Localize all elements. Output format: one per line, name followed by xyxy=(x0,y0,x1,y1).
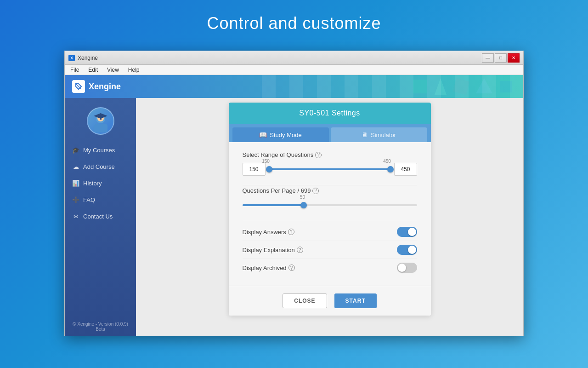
range-help-icon[interactable]: ? xyxy=(315,152,322,158)
sidebar-item-history-label: History xyxy=(83,180,102,187)
app-icon: X xyxy=(68,55,75,61)
display-archived-help-icon[interactable]: ? xyxy=(288,264,295,271)
range-max-input[interactable] xyxy=(394,163,417,176)
app-body: 🎓 My Courses ☁ Add Course 📊 History ➕ FA… xyxy=(65,98,523,336)
range-slider-wrapper: 150 450 xyxy=(269,163,390,176)
app-header: Xengine xyxy=(65,75,523,98)
sidebar: 🎓 My Courses ☁ Add Course 📊 History ➕ FA… xyxy=(65,98,136,336)
svg-marker-4 xyxy=(476,78,492,93)
faq-icon: ➕ xyxy=(72,196,79,203)
dialog-footer: CLOSE START xyxy=(229,286,431,316)
range-low-label: 150 xyxy=(262,159,270,164)
sidebar-item-add-course-label: Add Course xyxy=(83,163,115,170)
display-explanation-help-icon[interactable]: ? xyxy=(297,247,303,253)
range-of-questions-section: Select Range of Questions ? 150 xyxy=(243,151,417,176)
range-slider-fill xyxy=(269,168,390,170)
display-archived-text: Display Archived xyxy=(243,264,287,271)
menu-edit[interactable]: Edit xyxy=(85,66,102,74)
range-slider-thumb-low[interactable]: 150 xyxy=(266,166,272,172)
avatar xyxy=(87,107,114,135)
title-bar: X Xengine — □ ✕ xyxy=(65,51,523,65)
menu-view[interactable]: View xyxy=(103,66,123,74)
questions-per-page-section: Questions Per Page / 699 ? 50 xyxy=(243,187,417,212)
qpp-label-text: Questions Per Page / 699 xyxy=(243,187,311,194)
sidebar-item-contact-label: Contact Us xyxy=(83,213,113,220)
range-slider-track: 150 450 xyxy=(269,168,390,170)
qpp-help-icon[interactable]: ? xyxy=(312,188,319,194)
graduation-cap-icon: 🎓 xyxy=(72,146,79,154)
range-container: 150 450 xyxy=(243,163,417,176)
svg-marker-2 xyxy=(435,78,447,95)
display-archived-toggle[interactable] xyxy=(397,263,417,273)
envelope-icon: ✉ xyxy=(72,213,79,220)
range-label-text: Select Range of Questions xyxy=(243,151,314,158)
dialog-header: SY0-501 Settings xyxy=(229,103,431,124)
tab-study-mode[interactable]: 📖 Study Mode xyxy=(232,127,329,142)
svg-rect-10 xyxy=(100,116,102,120)
page-title: Control and customize xyxy=(0,0,588,42)
range-slider-thumb-high[interactable]: 450 xyxy=(387,166,394,172)
range-high-label: 450 xyxy=(383,159,391,164)
sidebar-item-my-courses[interactable]: 🎓 My Courses xyxy=(65,142,136,158)
menu-bar: File Edit View Help xyxy=(65,65,523,75)
display-answers-label: Display Answers ? xyxy=(243,229,294,236)
divider-2 xyxy=(243,221,417,221)
display-archived-label: Display Archived ? xyxy=(243,264,295,271)
display-archived-row: Display Archived ? xyxy=(243,259,417,276)
display-explanation-row: Display Explanation ? xyxy=(243,241,417,259)
tab-simulator[interactable]: 🖥 Simulator xyxy=(331,127,427,142)
dialog-title: SY0-501 Settings xyxy=(299,109,360,117)
menu-file[interactable]: File xyxy=(67,66,83,74)
svg-rect-5 xyxy=(500,81,512,92)
sidebar-item-my-courses-label: My Courses xyxy=(83,147,115,154)
display-answers-row: Display Answers ? xyxy=(243,223,417,241)
range-label: Select Range of Questions ? xyxy=(243,151,417,158)
svg-rect-1 xyxy=(413,80,427,93)
window-close-button[interactable]: ✕ xyxy=(508,53,520,63)
svg-rect-3 xyxy=(453,78,470,95)
minimize-button[interactable]: — xyxy=(482,53,494,63)
header-logo xyxy=(72,80,85,93)
dialog-tabs: 📖 Study Mode 🖥 Simulator xyxy=(229,124,431,142)
sidebar-item-contact[interactable]: ✉ Contact Us xyxy=(65,208,136,224)
menu-help[interactable]: Help xyxy=(124,66,143,74)
display-answers-toggle[interactable] xyxy=(397,227,417,237)
range-min-input[interactable] xyxy=(243,163,266,176)
display-explanation-label: Display Explanation ? xyxy=(243,247,303,253)
qpp-slider-thumb[interactable]: 50 xyxy=(300,202,307,208)
close-button[interactable]: CLOSE xyxy=(283,293,327,308)
window-controls: — □ ✕ xyxy=(482,53,520,63)
qpp-slider-track: 50 xyxy=(243,204,417,206)
cloud-upload-icon: ☁ xyxy=(72,163,79,170)
divider-1 xyxy=(243,185,417,185)
qpp-slider-label: 50 xyxy=(300,195,305,200)
sidebar-item-faq-label: FAQ xyxy=(83,196,95,203)
study-mode-icon: 📖 xyxy=(259,131,267,138)
app-window: X Xengine — □ ✕ File Edit View Help Xeng… xyxy=(64,51,524,336)
qpp-slider-wrapper: 50 xyxy=(243,199,417,212)
simulator-icon: 🖥 xyxy=(362,131,368,138)
display-explanation-knob xyxy=(408,246,416,254)
sidebar-item-faq[interactable]: ➕ FAQ xyxy=(65,191,136,208)
settings-dialog: SY0-501 Settings 📖 Study Mode 🖥 Simulato… xyxy=(229,103,431,316)
display-explanation-text: Display Explanation xyxy=(243,247,295,253)
tab-study-mode-label: Study Mode xyxy=(270,132,301,138)
display-answers-text: Display Answers xyxy=(243,229,286,236)
sidebar-footer: © Xengine - Version (0.0.9) Beta xyxy=(65,317,136,336)
display-archived-knob xyxy=(398,264,406,272)
sidebar-item-history[interactable]: 📊 History xyxy=(65,175,136,191)
sidebar-item-add-course[interactable]: ☁ Add Course xyxy=(65,158,136,175)
app-name: Xengine xyxy=(89,82,121,92)
main-content: SY0-501 Settings 📖 Study Mode 🖥 Simulato… xyxy=(136,98,523,336)
sidebar-nav: 🎓 My Courses ☁ Add Course 📊 History ➕ FA… xyxy=(65,142,136,224)
chart-icon: 📊 xyxy=(72,179,79,187)
display-answers-knob xyxy=(408,228,416,236)
dialog-body: Select Range of Questions ? 150 xyxy=(229,142,431,286)
display-answers-help-icon[interactable]: ? xyxy=(288,229,294,235)
maximize-button[interactable]: □ xyxy=(495,53,507,63)
start-button[interactable]: START xyxy=(334,293,377,308)
svg-rect-7 xyxy=(94,124,107,132)
window-title: Xengine xyxy=(78,55,482,61)
display-explanation-toggle[interactable] xyxy=(397,245,417,255)
qpp-label: Questions Per Page / 699 ? xyxy=(243,187,417,194)
